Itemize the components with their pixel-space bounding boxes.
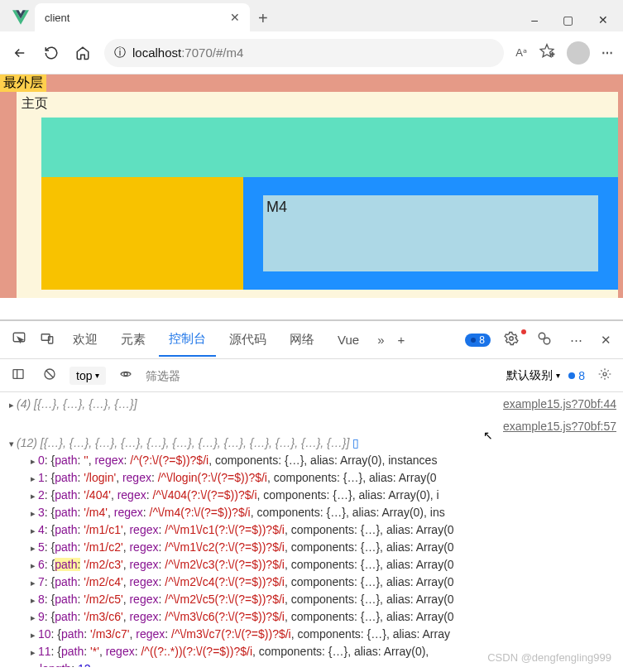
svg-point-6	[544, 338, 550, 344]
route-row[interactable]: 9: {path: '/m3/c6', regex: /^\/m3\/c6(?:…	[28, 608, 616, 626]
settings-icon[interactable]	[499, 331, 524, 348]
expand-caret[interactable]	[28, 469, 38, 487]
teal-panel	[41, 118, 618, 177]
expand-caret[interactable]	[28, 556, 38, 574]
expand-caret[interactable]	[28, 626, 38, 643]
blue-outer-panel: M4	[243, 177, 618, 290]
profile-avatar[interactable]	[567, 41, 590, 65]
expand-caret[interactable]	[28, 521, 38, 539]
issues-count[interactable]: 8	[568, 369, 585, 382]
more-tabs-icon[interactable]: »	[372, 333, 389, 347]
tab-elements[interactable]: 元素	[111, 324, 156, 356]
error-count-badge[interactable]: 8	[465, 334, 491, 347]
svg-point-11	[124, 372, 127, 376]
route-row[interactable]: 7: {path: '/m2/c4', regex: /^\/m2\/c4(?:…	[28, 574, 616, 591]
route-row[interactable]: 1: {path: '/login', regex: /^\/login(?:\…	[28, 469, 616, 487]
live-expression-icon[interactable]	[114, 367, 137, 383]
devtools-tabs: 欢迎 元素 控制台 源代码 网络 Vue » + 8 ⋯ ✕	[0, 321, 623, 359]
svg-point-5	[539, 333, 545, 339]
context-select[interactable]: top▾	[69, 367, 106, 385]
route-row[interactable]: 0: {path: '', regex: /^(?:\/(?=$))?$/i, …	[28, 452, 616, 469]
url-bar[interactable]: ⓘ localhost:7070/#/m4	[104, 39, 504, 67]
source-link[interactable]: example15.js?70bf:44	[503, 396, 616, 412]
nav-bar: ⓘ localhost:7070/#/m4 Aᵃ + ⋯	[0, 31, 623, 74]
route-row[interactable]: 3: {path: '/m4', regex: /^\/m4(?:\/(?=$)…	[28, 504, 616, 521]
log-level-select[interactable]: 默认级别▾	[506, 368, 560, 383]
tab-vue[interactable]: Vue	[328, 324, 369, 355]
expand-caret[interactable]	[7, 396, 17, 413]
more-icon[interactable]: ⋯	[601, 46, 613, 60]
close-window-icon[interactable]: ✕	[598, 13, 608, 26]
route-row[interactable]: 8: {path: '/m2/c5', regex: /^\/m2\/c5(?:…	[28, 591, 616, 608]
refresh-button[interactable]	[41, 43, 61, 63]
svg-rect-7	[13, 370, 23, 379]
page-viewport: 最外层 主页 M4	[0, 74, 623, 298]
devtools: 欢迎 元素 控制台 源代码 网络 Vue » + 8 ⋯ ✕ top▾ 默认级别…	[0, 319, 623, 667]
expand-caret[interactable]	[28, 608, 38, 626]
source-link[interactable]: example15.js?70bf:57	[503, 418, 616, 434]
route-row[interactable]: 2: {path: '/404', regex: /^\/404(?:\/(?=…	[28, 487, 616, 504]
svg-point-4	[510, 337, 514, 341]
favorite-button[interactable]: +	[539, 43, 555, 62]
expand-caret[interactable]	[28, 574, 38, 591]
home-label: 主页	[17, 92, 618, 118]
dock-icon[interactable]	[532, 331, 557, 348]
tab-sources[interactable]: 源代码	[219, 324, 276, 356]
tab-network[interactable]: 网络	[280, 324, 324, 356]
m4-panel: M4	[263, 195, 598, 271]
devtools-more-icon[interactable]: ⋯	[565, 333, 587, 348]
route-row[interactable]: 4: {path: '/m1/c1', regex: /^\/m1\/c1(?:…	[28, 521, 616, 539]
expand-caret[interactable]	[28, 643, 38, 660]
expand-caret[interactable]	[7, 434, 17, 452]
log-summary[interactable]: (4) [{…}, {…}, {…}, {…}]	[17, 396, 503, 412]
svg-line-10	[46, 371, 53, 377]
console-sidebar-icon[interactable]	[7, 367, 30, 383]
title-bar: client ✕ + – ▢ ✕	[0, 0, 623, 31]
tab-welcome[interactable]: 欢迎	[63, 324, 108, 356]
route-list: 0: {path: '', regex: /^(?:\/(?=$))?$/i, …	[28, 452, 616, 660]
window-controls: – ▢ ✕	[531, 13, 623, 31]
route-row[interactable]: 6: {path: '/m2/c3', regex: /^\/m2\/c3(?:…	[28, 556, 616, 574]
console-settings-icon[interactable]	[593, 367, 616, 383]
clear-console-icon[interactable]	[38, 367, 61, 383]
route-row[interactable]: 10: {path: '/m3/c7', regex: /^\/m3\/c7(?…	[28, 626, 616, 643]
filter-input[interactable]	[146, 369, 261, 382]
back-button[interactable]	[10, 43, 30, 63]
inspect-icon[interactable]	[7, 331, 31, 348]
info-icon[interactable]: ⓘ	[114, 46, 126, 60]
device-toggle-icon[interactable]	[35, 331, 60, 348]
tab-console[interactable]: 控制台	[159, 323, 216, 357]
minimize-icon[interactable]: –	[531, 13, 538, 26]
tab-title: client	[45, 12, 230, 24]
browser-tab[interactable]: client ✕	[35, 3, 250, 31]
expand-caret[interactable]	[28, 539, 38, 556]
expand-caret[interactable]	[28, 487, 38, 504]
expand-caret[interactable]	[28, 452, 38, 469]
devtools-close-icon[interactable]: ✕	[596, 333, 616, 348]
read-aloud-button[interactable]: Aᵃ	[515, 46, 527, 59]
home-button[interactable]	[73, 43, 93, 63]
add-tab-icon[interactable]: +	[392, 333, 410, 347]
close-icon[interactable]: ✕	[230, 11, 240, 24]
outer-label: 最外层	[0, 74, 46, 92]
svg-point-12	[603, 372, 606, 376]
inner-wrap: 主页 M4	[17, 92, 618, 298]
url-text: localhost:7070/#/m4	[132, 46, 243, 60]
route-row[interactable]: 5: {path: '/m1/c2', regex: /^\/m1\/c2(?:…	[28, 539, 616, 556]
maximize-icon[interactable]: ▢	[563, 13, 573, 26]
console-toolbar: top▾ 默认级别▾ 8	[0, 359, 623, 392]
svg-text:+: +	[550, 50, 554, 59]
yellow-panel	[41, 177, 243, 290]
console-body[interactable]: (4) [{…}, {…}, {…}, {…}] example15.js?70…	[0, 392, 623, 667]
log-summary[interactable]: (12) [{…}, {…}, {…}, {…}, {…}, {…}, {…},…	[17, 434, 616, 451]
expand-caret[interactable]	[28, 504, 38, 521]
expand-caret[interactable]	[28, 591, 38, 608]
new-tab-button[interactable]: +	[258, 9, 268, 31]
watermark: CSDN @dengfengling999	[487, 651, 611, 664]
vue-logo-icon	[12, 8, 30, 26]
